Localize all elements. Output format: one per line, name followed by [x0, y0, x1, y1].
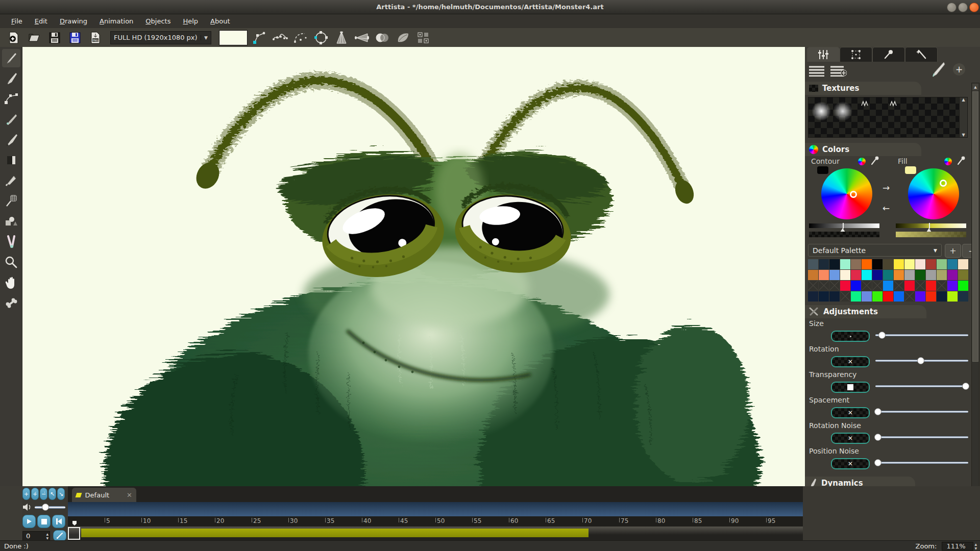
texture-sketch-mark-1[interactable] [861, 99, 869, 108]
save-icon[interactable] [48, 31, 61, 44]
leaf-icon[interactable] [395, 30, 410, 45]
scroll-down-icon[interactable]: ▼ [962, 133, 965, 137]
palette-swatch[interactable] [915, 291, 925, 302]
pan-hand-tool[interactable] [2, 273, 20, 292]
palette-empty-slot[interactable] [915, 281, 925, 291]
palette-swatch[interactable] [958, 259, 968, 269]
contour-wheel-selector[interactable] [850, 191, 857, 198]
contour-color-wheel[interactable] [821, 168, 872, 219]
tab-brush-settings[interactable] [807, 47, 840, 62]
adjustment-slider[interactable] [875, 383, 968, 390]
palette-swatch[interactable] [819, 291, 829, 302]
ellipse-nodes-icon[interactable] [313, 30, 329, 45]
palette-swatch[interactable] [829, 270, 840, 280]
palette-swatch[interactable] [926, 270, 936, 280]
palette-swatch[interactable] [937, 291, 947, 302]
palette-swatch[interactable] [937, 270, 947, 280]
animation-bar[interactable] [81, 529, 589, 537]
palette-swatch[interactable] [894, 270, 904, 280]
scroll-up-icon[interactable]: ▲ [962, 97, 965, 102]
adjustment-slider[interactable] [875, 357, 968, 364]
slider-handle[interactable] [874, 434, 881, 441]
playhead[interactable] [68, 527, 80, 540]
zoom-tool[interactable] [2, 253, 20, 271]
swatter-tool[interactable] [2, 192, 20, 210]
marker-tool[interactable] [2, 110, 20, 129]
onion-pen-button[interactable] [53, 530, 66, 541]
palette-swatch[interactable] [872, 291, 883, 302]
bezier-tool[interactable] [2, 90, 20, 108]
fill-wheel-selector[interactable] [940, 180, 947, 187]
palette-swatch[interactable] [851, 281, 861, 291]
eraser-tool[interactable] [2, 151, 20, 169]
cone-icon[interactable] [334, 30, 349, 45]
palette-swatch[interactable] [926, 281, 936, 291]
adjustment-slider[interactable] [875, 332, 968, 339]
arc-icon[interactable] [293, 30, 308, 45]
menu-item-file[interactable]: File [5, 14, 29, 28]
palette-swatch[interactable] [840, 259, 850, 269]
palette-swatch[interactable] [958, 270, 968, 280]
adjustment-preview-box[interactable]: ✕ [831, 407, 870, 418]
palette-empty-slot[interactable] [937, 281, 947, 291]
pencil-tool[interactable] [2, 49, 20, 67]
palette-swatch[interactable] [872, 270, 883, 280]
palette-swatch[interactable] [851, 259, 861, 269]
palette-add-button[interactable]: + [945, 244, 961, 258]
titlebar[interactable]: Arttista - */home/helmuth/Documentos/Art… [0, 0, 980, 14]
adjustment-preview-box[interactable] [831, 382, 870, 393]
scroll-up-icon[interactable]: ▲ [972, 84, 978, 90]
fill-wheel-icon[interactable] [944, 158, 952, 165]
palette-swatch[interactable] [926, 259, 936, 269]
palette-swatch[interactable] [904, 270, 915, 280]
palette-swatch[interactable] [937, 259, 947, 269]
shapes-tool[interactable] [2, 212, 20, 231]
paper-color-swatch[interactable] [219, 31, 247, 45]
palette-swatch[interactable] [808, 259, 818, 269]
contour-value-bar[interactable] [809, 223, 879, 228]
palette-empty-slot[interactable] [829, 281, 840, 291]
palette-swatch[interactable] [808, 291, 818, 302]
palette-swatch[interactable] [851, 270, 861, 280]
slider-handle[interactable] [874, 408, 881, 415]
megaphone-icon[interactable] [354, 30, 370, 45]
fill-color-wheel[interactable] [908, 168, 959, 219]
resolution-select[interactable]: FULL HD (980x551 px) ▼ [110, 31, 211, 44]
texture-grain-blob[interactable] [833, 102, 852, 121]
palette-empty-slot[interactable] [862, 281, 872, 291]
palette-swatch[interactable] [862, 270, 872, 280]
palette-empty-slot[interactable] [904, 291, 915, 302]
layer-list-add-button[interactable] [830, 65, 847, 77]
copy-to-fill-arrow[interactable]: → [883, 183, 890, 193]
timeline-track[interactable] [68, 527, 803, 540]
palette-knife-tool[interactable] [2, 171, 20, 190]
slider-handle[interactable] [917, 357, 924, 364]
go-to-start-button[interactable] [52, 515, 65, 528]
palette-swatch[interactable] [819, 270, 829, 280]
menu-item-drawing[interactable]: Drawing [54, 14, 93, 28]
copy-to-contour-arrow[interactable]: ← [883, 203, 890, 213]
palette-swatch[interactable] [840, 281, 850, 291]
palette-empty-slot[interactable] [808, 281, 818, 291]
tab-transform[interactable] [840, 47, 872, 62]
bone-tool[interactable] [2, 294, 20, 312]
palette-swatch[interactable] [883, 291, 893, 302]
volume-slider[interactable] [35, 506, 65, 509]
palette-swatch[interactable] [883, 281, 893, 291]
fill-eyedropper-icon[interactable] [957, 156, 966, 165]
slider-handle[interactable] [878, 332, 886, 339]
frame-number-spinbox[interactable]: 0 ▲▼ [22, 531, 50, 541]
save-as-icon[interactable] [68, 31, 82, 44]
adjustment-slider[interactable] [875, 434, 968, 441]
brush-tool[interactable] [2, 69, 20, 88]
maximize-button[interactable] [958, 3, 968, 12]
timeline-summary-strip[interactable] [68, 502, 803, 516]
export-png-icon[interactable]: PNG [89, 31, 102, 44]
timeline-ruler[interactable]: 5101520253035404550556065707580859095100 [68, 516, 803, 527]
menu-item-animation[interactable]: Animation [93, 14, 139, 28]
scrollbar-thumb[interactable] [972, 91, 978, 362]
node-path-icon[interactable] [252, 30, 267, 45]
palette-empty-slot[interactable] [819, 281, 829, 291]
volume-icon[interactable] [22, 503, 32, 511]
close-tab-icon[interactable]: ✕ [127, 491, 132, 499]
